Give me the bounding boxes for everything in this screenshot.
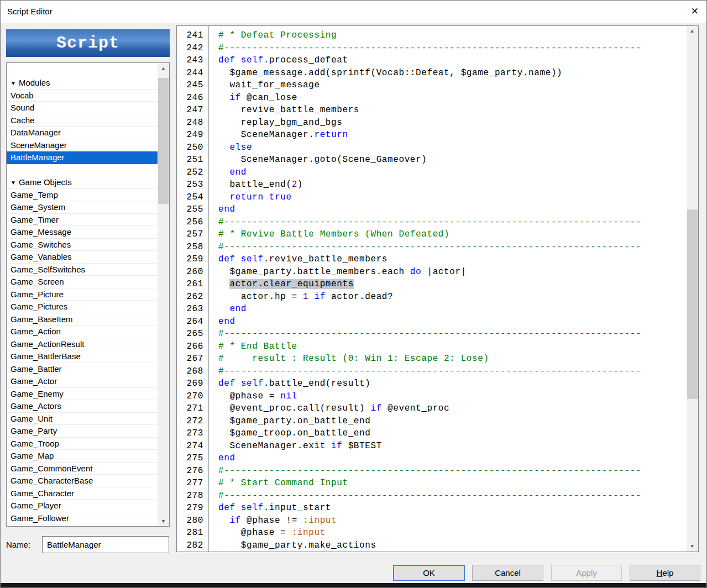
code-line[interactable]: #---------------------------------------… (218, 216, 687, 229)
code-line[interactable]: # * Revive Battle Members (When Defeated… (218, 228, 687, 241)
list-item[interactable]: Game_Temp (7, 189, 158, 202)
code-line[interactable]: #---------------------------------------… (218, 365, 687, 378)
code-editor[interactable]: 2412422432442452462472482492502512522532… (176, 25, 699, 552)
line-number-gutter: 2412422432442452462472482492502512522532… (177, 26, 209, 552)
list-item[interactable]: Game_Actor (7, 375, 158, 388)
list-item[interactable]: Game_BattlerBase (7, 350, 158, 363)
list-item[interactable]: Game_Action (7, 326, 158, 338)
code-line[interactable]: revive_battle_members (218, 104, 687, 117)
code-line[interactable]: #---------------------------------------… (218, 490, 687, 502)
code-line[interactable]: end (218, 203, 687, 216)
code-line[interactable]: SceneManager.exit if $BTEST (218, 440, 687, 453)
scroll-up-icon[interactable]: ▲ (687, 26, 698, 36)
code-line[interactable]: # * Start Command Input (218, 477, 687, 490)
code-line[interactable]: end (218, 316, 687, 328)
code-line[interactable]: end (218, 452, 687, 465)
list-item[interactable]: Game_Character (7, 487, 158, 500)
code-line[interactable]: # * End Battle (218, 340, 687, 353)
list-item[interactable]: Game_Pictures (7, 301, 158, 313)
list-scrollbar-thumb[interactable] (158, 78, 169, 204)
list-item[interactable]: Game_Battler (7, 363, 158, 376)
list-group-row[interactable]: ▼Game Objects (7, 176, 158, 189)
script-pane-title: Script (56, 34, 119, 53)
list-item[interactable]: Game_Message (7, 226, 158, 239)
code-line[interactable]: actor.hp = 1 if actor.dead? (218, 291, 687, 303)
code-line[interactable]: # result : Result (0: Win 1: Escape 2: L… (218, 353, 687, 365)
list-item[interactable]: Sound (7, 102, 158, 114)
scroll-up-icon[interactable]: ▲ (158, 63, 169, 74)
list-item[interactable]: Game_ActionResult (7, 338, 158, 351)
editor-scrollbar[interactable]: ▲ ▼ (687, 26, 698, 552)
code-line[interactable]: if @can_lose (218, 92, 687, 104)
list-item[interactable]: Game_CommonEvent (7, 463, 158, 475)
list-item[interactable]: Game_Follower (7, 512, 158, 525)
code-line[interactable]: $game_troop.on_battle_end (218, 427, 687, 440)
code-line[interactable]: wait_for_message (218, 79, 687, 92)
titlebar[interactable]: Script Editor ✕ (1, 1, 706, 23)
editor-scrollbar-thumb[interactable] (687, 209, 698, 399)
list-item[interactable]: Game_CharacterBase (7, 475, 158, 487)
collapse-icon[interactable]: ▼ (11, 77, 16, 90)
list-item[interactable]: SceneManager (7, 139, 158, 152)
code-line[interactable]: $game_message.add(sprintf(Vocab::Defeat,… (218, 67, 687, 80)
list-item[interactable]: Game_Screen (7, 276, 158, 288)
collapse-icon[interactable]: ▼ (11, 177, 16, 189)
code-line[interactable]: replay_bgm_and_bgs (218, 117, 687, 129)
code-line[interactable]: if @phase != :input (218, 514, 687, 527)
code-line[interactable]: #---------------------------------------… (218, 42, 687, 55)
list-item[interactable]: Game_System (7, 201, 158, 214)
code-line[interactable]: battle_end(2) (218, 179, 687, 191)
code-line[interactable]: else (218, 141, 687, 154)
close-icon[interactable]: ✕ (691, 1, 699, 23)
list-item[interactable]: Game_Actors (7, 400, 158, 413)
cancel-button[interactable]: Cancel (472, 565, 543, 581)
list-item[interactable]: Game_SelfSwitches (7, 264, 158, 276)
list-item[interactable]: Game_Picture (7, 288, 158, 301)
list-item[interactable]: Game_Troop (7, 438, 158, 450)
list-scrollbar[interactable]: ▲ ▼ (158, 63, 169, 526)
code-line[interactable]: @phase = :input (218, 527, 687, 539)
list-item[interactable]: BattleManager (7, 151, 158, 164)
line-number: 277 (177, 477, 208, 490)
code-line[interactable]: $game_party.battle_members.each do |acto… (218, 266, 687, 279)
code-line[interactable]: @event_proc.call(result) if @event_proc (218, 402, 687, 415)
code-line[interactable]: def self.process_defeat (218, 54, 687, 67)
scroll-down-icon[interactable]: ▼ (687, 541, 698, 552)
code-line[interactable]: end (218, 303, 687, 316)
list-item[interactable]: Game_Map (7, 450, 158, 463)
code-line[interactable]: actor.clear_equipments (218, 278, 687, 291)
code-line[interactable]: def self.input_start (218, 502, 687, 514)
code-line[interactable]: def self.revive_battle_members (218, 253, 687, 266)
list-item[interactable]: Game_Variables (7, 251, 158, 264)
scroll-down-icon[interactable]: ▼ (158, 516, 169, 526)
code-line[interactable]: # * Defeat Processing (218, 29, 687, 42)
code-area[interactable]: # * Defeat Processing#------------------… (210, 26, 687, 552)
code-line[interactable]: return true (218, 191, 687, 204)
code-line[interactable]: #---------------------------------------… (218, 465, 687, 477)
code-line[interactable]: def self.battle_end(result) (218, 377, 687, 390)
list-item[interactable]: Game_BaseItem (7, 313, 158, 326)
list-item-label: Game_Screen (11, 277, 64, 286)
list-group-row[interactable]: ▼Modules (7, 77, 158, 90)
list-item[interactable]: Game_Timer (7, 214, 158, 227)
code-line[interactable]: $game_party.on_battle_end (218, 415, 687, 428)
list-item[interactable]: Game_Enemy (7, 388, 158, 401)
script-list[interactable]: ▼ModulesVocabSoundCacheDataManagerSceneM… (6, 62, 170, 527)
list-item[interactable]: Game_Player (7, 500, 158, 512)
script-name-input[interactable] (42, 536, 169, 553)
ok-button[interactable]: OK (393, 565, 465, 581)
code-line[interactable]: end (218, 166, 687, 179)
help-button[interactable]: Help (630, 565, 700, 581)
list-item[interactable]: Game_Unit (7, 413, 158, 426)
code-line[interactable]: $game_party.make_actions (218, 539, 687, 552)
list-item[interactable]: Game_Party (7, 425, 158, 438)
code-line[interactable]: @phase = nil (218, 390, 687, 403)
list-item[interactable]: Vocab (7, 90, 158, 102)
code-line[interactable]: #---------------------------------------… (218, 241, 687, 254)
list-item[interactable]: Game_Switches (7, 239, 158, 251)
code-line[interactable]: SceneManager.goto(Scene_Gameover) (218, 154, 687, 166)
list-item[interactable]: Cache (7, 114, 158, 127)
list-item[interactable]: DataManager (7, 127, 158, 139)
code-line[interactable]: #---------------------------------------… (218, 328, 687, 340)
code-line[interactable]: SceneManager.return (218, 129, 687, 141)
